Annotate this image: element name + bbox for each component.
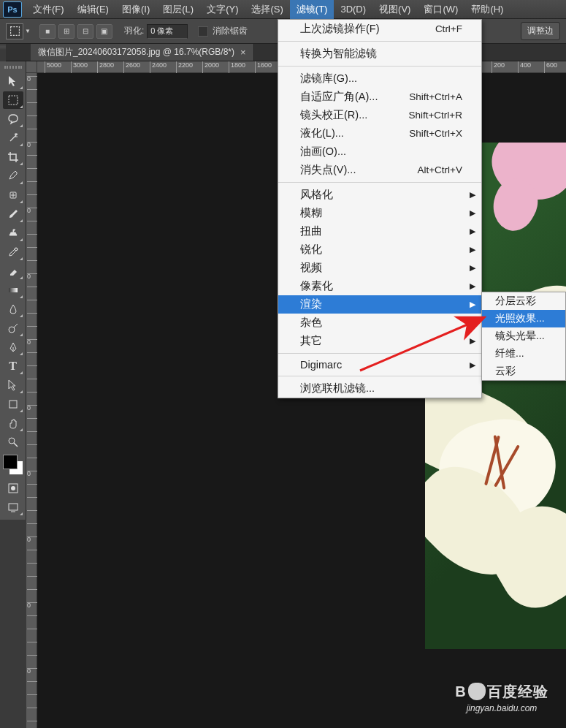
menu-help[interactable]: 帮助(H)	[464, 0, 510, 19]
filter-digimarc[interactable]: Digimarc▶	[278, 357, 481, 373]
ruler-tick	[27, 352, 37, 353]
quick-mask-icon[interactable]	[3, 479, 23, 497]
render-lighting[interactable]: 光照效果...	[482, 310, 565, 327]
filter-gallery[interactable]: 滤镜库(G)...	[278, 69, 481, 88]
render-clouds2[interactable]: 云彩	[482, 363, 565, 380]
render-lens-flare[interactable]: 镜头光晕...	[482, 327, 565, 345]
path-selection-tool-icon[interactable]	[3, 376, 23, 394]
menu-select[interactable]: 选择(S)	[245, 0, 289, 19]
tab-close-icon[interactable]: ×	[240, 47, 246, 58]
selection-intersect-icon[interactable]: ▣	[96, 24, 112, 39]
filter-sharpen[interactable]: 锐化▶	[278, 240, 481, 259]
svg-rect-10	[9, 504, 18, 510]
filter-render[interactable]: 渲染▶	[278, 295, 481, 314]
filter-blur[interactable]: 模糊▶	[278, 204, 481, 222]
ruler-tick	[27, 129, 37, 129]
dodge-tool-icon[interactable]	[3, 319, 23, 337]
filter-other[interactable]: 其它▶	[278, 332, 481, 350]
menu-file[interactable]: 文件(F)	[26, 0, 71, 19]
filter-distort[interactable]: 扭曲▶	[278, 222, 481, 240]
clone-stamp-tool-icon[interactable]	[3, 224, 23, 242]
ruler-tick	[27, 313, 37, 314]
crop-tool-icon[interactable]	[3, 148, 23, 166]
selection-sub-icon[interactable]: ⊟	[77, 24, 93, 39]
move-tool-icon[interactable]	[3, 72, 23, 90]
menu-view[interactable]: 视图(V)	[372, 0, 417, 19]
selection-new-icon[interactable]: ■	[39, 24, 56, 39]
ruler-tick	[27, 431, 37, 432]
type-tool-icon[interactable]: T	[3, 357, 23, 375]
ruler-tick	[27, 247, 37, 248]
eraser-tool-icon[interactable]	[3, 262, 23, 280]
anti-alias-checkbox[interactable]	[198, 26, 208, 37]
tool-preset-arrow-icon[interactable]: ▼	[25, 28, 31, 34]
render-clouds[interactable]: 分层云彩	[482, 292, 565, 310]
feather-input[interactable]	[147, 24, 188, 39]
screen-mode-icon[interactable]	[3, 498, 23, 516]
shape-tool-icon[interactable]	[3, 395, 23, 413]
ruler-corner[interactable]	[26, 61, 37, 73]
filter-vanish[interactable]: 消失点(V)... Alt+Ctrl+V	[278, 161, 481, 179]
ruler-tick: 3000	[71, 61, 88, 73]
filter-video[interactable]: 视频▶	[278, 259, 481, 277]
foreground-color-swatch[interactable]	[3, 455, 18, 469]
toolbox-grabber-icon[interactable]	[4, 66, 22, 69]
ruler-tick	[27, 326, 37, 327]
eyedropper-tool-icon[interactable]	[3, 167, 23, 185]
magic-wand-tool-icon[interactable]	[3, 129, 23, 147]
lasso-tool-icon[interactable]	[3, 110, 23, 128]
gradient-tool-icon[interactable]	[3, 281, 23, 299]
adjust-edge-button[interactable]: 调整边	[521, 22, 560, 40]
filter-last[interactable]: 上次滤镜操作(F) Ctrl+F	[278, 20, 481, 38]
submenu-arrow-icon: ▶	[470, 281, 475, 291]
app-logo[interactable]: Ps	[3, 1, 22, 18]
filter-stylize[interactable]: 风格化▶	[278, 186, 481, 204]
svg-point-9	[11, 486, 15, 490]
render-fibers[interactable]: 纤维...	[482, 345, 565, 363]
ruler-tick: 1800	[229, 61, 245, 73]
menu-edit[interactable]: 编辑(E)	[71, 0, 115, 19]
marquee-tool-icon[interactable]	[3, 91, 23, 109]
document-tab[interactable]: 微信图片_20240603172058.jpg @ 16.7%(RGB/8*) …	[31, 44, 254, 61]
menu-layer[interactable]: 图层(L)	[156, 0, 200, 19]
filter-pixelate[interactable]: 像素化▶	[278, 277, 481, 295]
filter-adaptive[interactable]: 自适应广角(A)... Shift+Ctrl+A	[278, 88, 481, 106]
ruler-tick: 2600	[123, 61, 140, 73]
submenu-arrow-icon: ▶	[470, 360, 475, 370]
ruler-tick	[27, 629, 37, 629]
menu-window[interactable]: 窗口(W)	[417, 0, 464, 19]
submenu-arrow-icon: ▶	[470, 300, 475, 309]
pen-tool-icon[interactable]	[3, 338, 23, 356]
selection-add-icon[interactable]: ⊞	[58, 24, 74, 39]
filter-noise[interactable]: 杂色▶	[278, 314, 481, 332]
menu-image[interactable]: 图像(I)	[115, 0, 156, 19]
current-tool-icon[interactable]	[6, 23, 23, 39]
ruler-tick	[27, 181, 37, 182]
color-swatch[interactable]	[3, 455, 23, 475]
filter-smart[interactable]: 转换为智能滤镜	[278, 45, 481, 63]
ruler-tick: 0	[27, 142, 37, 148]
filter-oil[interactable]: 油画(O)...	[278, 143, 481, 161]
shortcut-text: Shift+Ctrl+R	[408, 110, 462, 121]
ruler-tick	[27, 721, 37, 721]
menu-type[interactable]: 文字(Y)	[200, 0, 245, 19]
zoom-tool-icon[interactable]	[3, 433, 23, 451]
brush-tool-icon[interactable]	[3, 205, 23, 223]
history-brush-tool-icon[interactable]	[3, 243, 23, 261]
blur-tool-icon[interactable]	[3, 300, 23, 318]
filter-lens[interactable]: 镜头校正(R)... Shift+Ctrl+R	[278, 106, 481, 124]
svg-rect-6	[9, 401, 17, 408]
ruler-tick: 0	[27, 208, 37, 213]
filter-browse[interactable]: 浏览联机滤镜...	[278, 379, 481, 398]
hand-tool-icon[interactable]	[3, 414, 23, 432]
filter-liquify[interactable]: 液化(L)... Shift+Ctrl+X	[278, 124, 481, 143]
ruler-vertical[interactable]: 0000000000	[26, 73, 37, 728]
ruler-tick	[27, 708, 37, 708]
ruler-tick: 0	[27, 339, 37, 345]
healing-brush-tool-icon[interactable]	[3, 186, 23, 204]
menu-3d[interactable]: 3D(D)	[334, 1, 372, 18]
feather-label: 羽化:	[124, 25, 144, 37]
shortcut-text: Ctrl+F	[435, 23, 462, 34]
menu-filter[interactable]: 滤镜(T)	[290, 0, 334, 19]
ruler-tick	[27, 458, 37, 458]
